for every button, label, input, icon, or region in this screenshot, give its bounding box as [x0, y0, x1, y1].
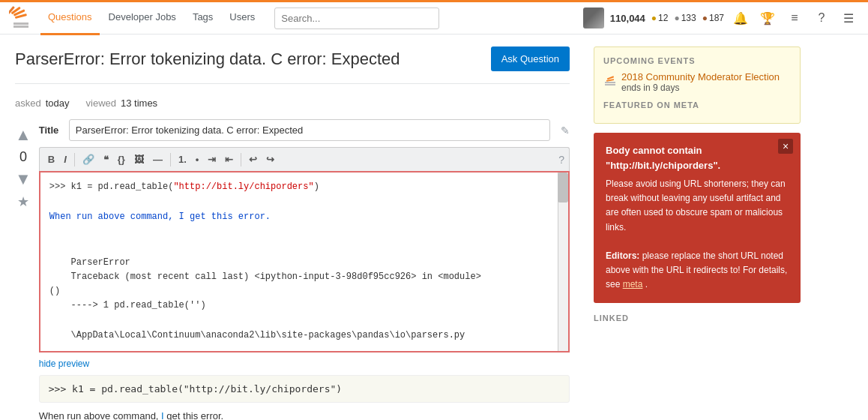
scrollbar-thumb[interactable]: [558, 172, 568, 202]
bronze-badge: 187: [702, 13, 724, 23]
svg-rect-1: [13, 26, 28, 28]
main-nav: Questions Developer Jobs Tags Users: [40, 1, 262, 35]
gold-badge: 12: [651, 13, 669, 23]
title-divider: [15, 83, 570, 84]
warning-box: × Body cannot contain "http://bit.ly/chi…: [594, 133, 801, 303]
menu-icon[interactable]: ☰: [838, 8, 859, 28]
warning-title: Body cannot contain "http://bit.ly/chipo…: [606, 143, 789, 172]
svg-rect-0: [13, 22, 28, 25]
topbar: Questions Developer Jobs Tags Users 110,…: [0, 0, 868, 34]
warning-title-line1: Body cannot contain: [606, 145, 702, 156]
nav-tags[interactable]: Tags: [185, 1, 220, 35]
title-field[interactable]: [69, 119, 550, 141]
page-title-row: ParserError: Error tokenizing data. C er…: [15, 46, 570, 71]
inbox-icon[interactable]: 🔔: [730, 8, 751, 28]
vote-down-button[interactable]: ▼: [15, 170, 31, 189]
upcoming-events-widget: UPCOMING EVENTS 2018 Community Moderator…: [594, 46, 801, 124]
warning-close-button[interactable]: ×: [778, 139, 793, 154]
event-sub-text: ends in 9 days: [621, 82, 780, 93]
stackoverflow-event-logo: [603, 73, 617, 86]
preview-text-before: When run above command,: [39, 410, 161, 421]
achievements-icon[interactable]: 🏆: [757, 8, 778, 28]
redo-button[interactable]: ↪: [262, 151, 278, 168]
title-pencil-icon[interactable]: ✎: [561, 124, 570, 136]
review-icon[interactable]: ≡: [784, 8, 805, 28]
preview-code-line: >>> k1 = pd.read_table("http://bit.ly/ch…: [49, 383, 342, 394]
unordered-list-button[interactable]: •: [192, 151, 203, 168]
featured-on-meta-title: FEATURED ON META: [603, 100, 791, 110]
ordered-list-button[interactable]: 1.: [175, 151, 190, 168]
editor-body[interactable]: >>> k1 = pd.read_table("http://bit.ly/ch…: [39, 171, 570, 352]
editor-line-7: \AppData\Local\Continuum\anaconda2\lib\s…: [49, 328, 559, 343]
preview-box: >>> k1 = pd.read_table("http://bit.ly/ch…: [39, 375, 570, 403]
question-content: ParserError: Error tokenizing data. C er…: [0, 34, 585, 420]
reputation-score: 110,044: [610, 13, 645, 24]
ask-question-button[interactable]: Ask Question: [491, 46, 570, 71]
toolbar-help-icon[interactable]: ?: [558, 154, 564, 166]
warning-intro-text: Please avoid using URL shorteners; they …: [606, 178, 786, 232]
avatar[interactable]: [583, 8, 604, 28]
outdent-button[interactable]: ⇤: [221, 151, 237, 168]
toolbar-sep-2: [170, 153, 171, 166]
help-icon[interactable]: ?: [811, 8, 832, 28]
indent-button[interactable]: ⇥: [204, 151, 220, 168]
favorite-button[interactable]: ★: [17, 194, 29, 210]
search-input[interactable]: [274, 8, 439, 29]
vote-count: 0: [19, 149, 27, 165]
viewed-value: 13 times: [121, 98, 157, 109]
nav-users[interactable]: Users: [222, 1, 262, 35]
meta-info: asked today viewed 13 times: [15, 90, 570, 119]
editor-line-2: When run above command, I get this error…: [49, 210, 559, 224]
asked-value: today: [46, 98, 70, 109]
toolbar-sep-3: [241, 153, 241, 166]
search-box: [274, 8, 439, 29]
viewed-label: viewed: [86, 98, 116, 109]
editor-content[interactable]: >>> k1 = pd.read_table("http://bit.ly/ch…: [40, 172, 568, 351]
asked-label: asked: [15, 98, 41, 109]
editor-toolbar: B I 🔗 ❝ {} 🖼 — 1. • ⇥ ⇤ ↩ ↪ ?: [39, 147, 570, 171]
question-area: ▲ 0 ▼ ★ Title ✎ B I 🔗 ❝: [15, 119, 570, 420]
page-title: ParserError: Error tokenizing data. C er…: [15, 50, 400, 69]
topbar-right: 110,044 12 133 187 🔔 🏆 ≡ ? ☰: [583, 8, 859, 28]
preview-text: When run above command, I get this error…: [39, 410, 570, 421]
title-label: Title: [39, 124, 61, 136]
svg-rect-7: [605, 84, 615, 86]
vote-column: ▲ 0 ▼ ★: [15, 119, 31, 420]
meta-link[interactable]: meta: [623, 279, 643, 290]
event-name-link[interactable]: 2018 Community Moderator Election: [621, 71, 780, 82]
code-button[interactable]: {}: [114, 151, 129, 168]
editor-line-3: ParserError: [49, 256, 559, 270]
sidebar: UPCOMING EVENTS 2018 Community Moderator…: [585, 34, 810, 420]
preview-text-after: get this error.: [164, 410, 223, 421]
hide-preview-toggle[interactable]: hide preview: [39, 358, 570, 369]
editors-label: Editors:: [606, 250, 639, 261]
editor-line-4: Traceback (most recent call last) <ipyth…: [49, 270, 559, 284]
warning-text-end: .: [645, 279, 648, 290]
logo: [9, 6, 33, 30]
svg-rect-6: [605, 82, 615, 83]
link-button[interactable]: 🔗: [79, 151, 98, 168]
editor-scrollbar[interactable]: [558, 172, 568, 351]
undo-button[interactable]: ↩: [245, 151, 261, 168]
event-item: 2018 Community Moderator Election ends i…: [603, 71, 791, 93]
italic-button[interactable]: I: [60, 151, 70, 168]
toolbar-sep-1: [74, 153, 75, 166]
editor-line-1: >>> k1 = pd.read_table("http://bit.ly/ch…: [49, 180, 559, 194]
nav-developer-jobs[interactable]: Developer Jobs: [101, 1, 184, 35]
editor-line-6: ----> 1 pd.read_table(''): [49, 298, 559, 313]
warning-body: Please avoid using URL shorteners; they …: [606, 177, 789, 292]
hr-button[interactable]: —: [149, 151, 166, 168]
vote-up-button[interactable]: ▲: [15, 125, 31, 145]
editor-line-5: (): [49, 284, 559, 298]
upcoming-events-title: UPCOMING EVENTS: [603, 56, 791, 65]
main-content: ParserError: Error tokenizing data. C er…: [0, 34, 868, 420]
image-button[interactable]: 🖼: [130, 151, 148, 168]
title-row: Title ✎: [39, 119, 570, 141]
question-body: Title ✎ B I 🔗 ❝ {} 🖼 — 1. •: [39, 119, 570, 420]
blockquote-button[interactable]: ❝: [100, 151, 112, 168]
linked-section-title: Linked: [594, 314, 801, 322]
bold-button[interactable]: B: [44, 151, 58, 168]
nav-questions[interactable]: Questions: [40, 1, 100, 35]
warning-title-line2: "http://bit.ly/chiporders".: [606, 160, 720, 171]
silver-badge: 133: [674, 13, 696, 23]
